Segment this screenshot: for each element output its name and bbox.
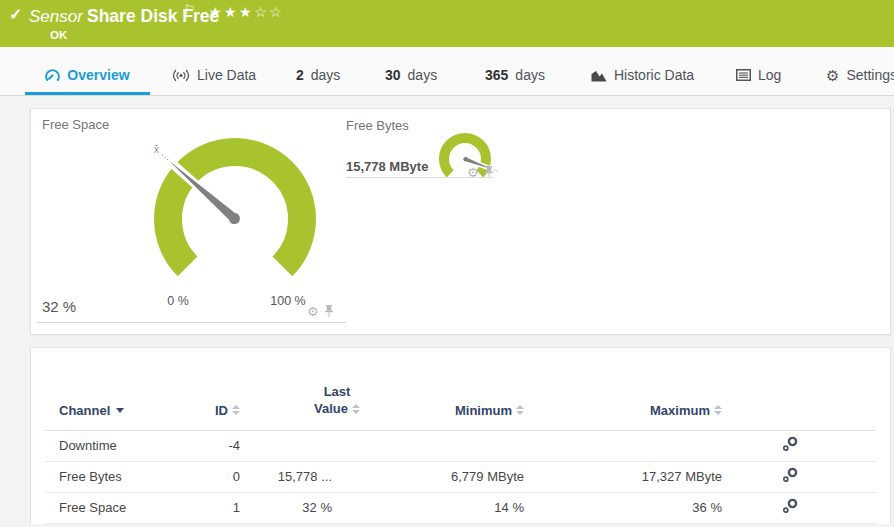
channel-id: 1 — [189, 500, 240, 515]
tab-365-days-unit: days — [515, 67, 545, 83]
ok-check-icon: ✓ — [9, 5, 22, 24]
tab-historic-data[interactable]: Historic Data — [591, 67, 694, 95]
tab-bar: Overview Live Data 2 days 30 days 365 da… — [0, 47, 894, 96]
channel-maximum: 36 % — [524, 500, 722, 515]
gauge-arc — [168, 152, 302, 266]
status-badge: OK — [50, 29, 67, 41]
sensor-title: Share Disk Free — [87, 6, 219, 27]
tab-2-days-number: 2 — [296, 67, 304, 83]
live-signal-icon — [172, 69, 190, 82]
column-header-last-value[interactable]: Last Value — [314, 384, 360, 418]
sort-descending-icon — [116, 408, 124, 413]
tab-365-days[interactable]: 365 days — [485, 67, 545, 95]
free-bytes-gauge — [425, 123, 505, 199]
tab-overview[interactable]: Overview — [25, 67, 150, 95]
tab-log-label: Log — [758, 67, 781, 83]
object-kind-label: Sensor — [29, 7, 83, 27]
channel-name[interactable]: Free Space — [45, 500, 189, 515]
table-row-free-space[interactable]: Free Space 1 32 % 14 % 36 % — [45, 493, 876, 524]
tab-30-days-number: 30 — [385, 67, 401, 83]
overview-gauges-panel: Free Space x̄ 0 % 100 % 32 % ⚙ Free Byte… — [30, 108, 891, 335]
channel-table-panel: Channel ID Last Value Minimum Maximum Do… — [30, 347, 891, 524]
tab-settings[interactable]: ⚙ Settings — [826, 67, 894, 95]
tab-365-days-number: 365 — [485, 67, 508, 83]
average-marker: x̄ — [154, 144, 159, 155]
channel-last-value: 32 % — [240, 500, 332, 515]
channel-id: 0 — [189, 469, 240, 484]
channel-maximum: 17,327 MByte — [524, 469, 722, 484]
sort-icon — [352, 404, 360, 414]
sensor-status-header: ✓ Sensor Share Disk Free ⚐ ★★★☆☆ OK — [0, 0, 894, 47]
channel-minimum: 6,779 MByte — [332, 469, 524, 484]
priority-stars[interactable]: ★★★☆☆ — [209, 4, 284, 20]
gear-icon[interactable]: ⚙ — [307, 305, 319, 318]
free-bytes-value: 15,778 MByte — [346, 159, 428, 174]
edit-channel-icon[interactable] — [782, 436, 798, 452]
column-header-minimum[interactable]: Minimum — [332, 403, 524, 418]
column-header-channel[interactable]: Channel — [45, 403, 189, 418]
area-chart-icon — [591, 69, 607, 82]
widget-divider — [37, 322, 346, 323]
tab-log[interactable]: Log — [736, 67, 781, 95]
widget-toolbar: ⚙ — [307, 305, 334, 318]
sort-icon — [714, 405, 722, 415]
column-header-id[interactable]: ID — [189, 403, 240, 418]
free-space-value: 32 % — [42, 298, 76, 315]
edit-channel-icon[interactable] — [782, 498, 798, 514]
free-space-gauge: x̄ — [140, 119, 330, 294]
free-space-gauge-title: Free Space — [42, 117, 109, 132]
gauge-scale-min: 0 % — [158, 294, 198, 308]
table-row-free-bytes[interactable]: Free Bytes 0 15,778 ... 6,779 MByte 17,3… — [45, 462, 876, 493]
tab-live-data[interactable]: Live Data — [172, 67, 256, 95]
table-row-downtime[interactable]: Downtime -4 — [45, 431, 876, 462]
gauge-icon — [45, 68, 60, 83]
sort-icon — [232, 405, 240, 415]
tab-30-days[interactable]: 30 days — [385, 67, 437, 95]
channel-minimum: 14 % — [332, 500, 524, 515]
channel-name[interactable]: Downtime — [45, 438, 189, 453]
tab-settings-label: Settings — [846, 67, 894, 83]
pin-icon[interactable] — [324, 305, 334, 318]
widget-divider — [346, 177, 493, 178]
free-bytes-gauge-title: Free Bytes — [346, 118, 409, 133]
log-list-icon — [736, 69, 751, 81]
channel-last-value: 15,778 ... — [240, 469, 332, 484]
gear-icon: ⚙ — [826, 70, 839, 81]
tab-2-days[interactable]: 2 days — [296, 67, 340, 95]
sort-icon — [516, 405, 524, 415]
channel-name[interactable]: Free Bytes — [45, 469, 189, 484]
tab-2-days-unit: days — [311, 67, 341, 83]
gauge-scale-max: 100 % — [263, 294, 313, 308]
flag-icon[interactable]: ⚐ — [184, 2, 196, 17]
column-header-maximum[interactable]: Maximum — [524, 403, 722, 418]
tab-overview-label: Overview — [67, 67, 129, 83]
edit-channel-icon[interactable] — [782, 467, 798, 483]
channel-id: -4 — [189, 438, 240, 453]
channel-table-header: Channel ID Last Value Minimum Maximum — [45, 348, 876, 431]
tab-historic-data-label: Historic Data — [614, 67, 694, 83]
tab-30-days-unit: days — [408, 67, 438, 83]
tab-live-data-label: Live Data — [197, 67, 256, 83]
